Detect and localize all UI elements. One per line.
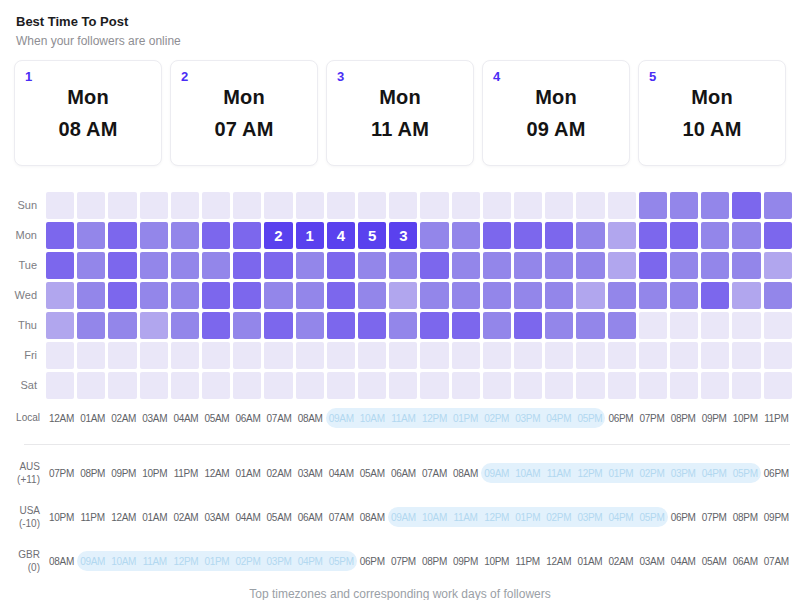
heatmap-cell[interactable]: [608, 312, 636, 339]
heatmap-cell[interactable]: [701, 312, 729, 339]
heatmap-cell[interactable]: [732, 342, 760, 369]
heatmap-cell[interactable]: [764, 342, 792, 369]
heatmap-cell[interactable]: [670, 342, 698, 369]
heatmap-cell[interactable]: [639, 222, 667, 249]
heatmap-cell[interactable]: [202, 342, 230, 369]
heatmap-cell[interactable]: [77, 222, 105, 249]
heatmap-cell[interactable]: [140, 342, 168, 369]
heatmap-cell[interactable]: [171, 252, 199, 279]
heatmap-cell[interactable]: [639, 342, 667, 369]
heatmap-cell[interactable]: [77, 372, 105, 399]
heatmap-cell[interactable]: [327, 342, 355, 369]
heatmap-cell[interactable]: [576, 252, 604, 279]
heatmap-cell[interactable]: [296, 192, 324, 219]
heatmap-cell[interactable]: [670, 312, 698, 339]
heatmap-cell[interactable]: [608, 192, 636, 219]
heatmap-cell[interactable]: [732, 282, 760, 309]
heatmap-cell[interactable]: [764, 252, 792, 279]
heatmap-cell[interactable]: [732, 252, 760, 279]
heatmap-cell[interactable]: [108, 342, 136, 369]
heatmap-cell[interactable]: [108, 282, 136, 309]
heatmap-cell[interactable]: [483, 192, 511, 219]
heatmap-cell[interactable]: [296, 342, 324, 369]
heatmap-cell[interactable]: [514, 312, 542, 339]
heatmap-cell[interactable]: [701, 342, 729, 369]
heatmap-cell[interactable]: [576, 222, 604, 249]
heatmap-cell[interactable]: [608, 222, 636, 249]
heatmap-cell[interactable]: [452, 192, 480, 219]
heatmap-cell[interactable]: [514, 372, 542, 399]
heatmap-cell[interactable]: [420, 312, 448, 339]
heatmap-cell[interactable]: [389, 312, 417, 339]
heatmap-cell[interactable]: [452, 372, 480, 399]
heatmap-cell[interactable]: [452, 342, 480, 369]
heatmap-cell[interactable]: [732, 192, 760, 219]
heatmap-cell[interactable]: [545, 222, 573, 249]
heatmap-cell[interactable]: [670, 282, 698, 309]
heatmap-cell[interactable]: [296, 312, 324, 339]
heatmap-cell[interactable]: [202, 282, 230, 309]
heatmap-cell[interactable]: [701, 372, 729, 399]
heatmap-cell[interactable]: [171, 372, 199, 399]
heatmap-cell[interactable]: [420, 222, 448, 249]
heatmap-cell[interactable]: [140, 192, 168, 219]
heatmap-cell[interactable]: [670, 192, 698, 219]
heatmap-cell[interactable]: [389, 192, 417, 219]
heatmap-cell[interactable]: [452, 222, 480, 249]
heatmap-cell[interactable]: [545, 282, 573, 309]
heatmap-cell[interactable]: [264, 372, 292, 399]
heatmap-cell[interactable]: [358, 282, 386, 309]
heatmap-cell[interactable]: [732, 222, 760, 249]
heatmap-cell[interactable]: [452, 312, 480, 339]
heatmap-cell[interactable]: [264, 282, 292, 309]
heatmap-cell[interactable]: [327, 282, 355, 309]
heatmap-cell[interactable]: [358, 372, 386, 399]
heatmap-cell[interactable]: [764, 222, 792, 249]
heatmap-cell[interactable]: [608, 252, 636, 279]
heatmap-cell[interactable]: [140, 252, 168, 279]
heatmap-cell[interactable]: [701, 252, 729, 279]
heatmap-cell[interactable]: [358, 252, 386, 279]
heatmap-cell[interactable]: [264, 342, 292, 369]
heatmap-cell[interactable]: [483, 312, 511, 339]
heatmap-cell[interactable]: [608, 372, 636, 399]
heatmap-cell[interactable]: [233, 222, 261, 249]
heatmap-cell[interactable]: [420, 342, 448, 369]
heatmap-cell[interactable]: [140, 222, 168, 249]
heatmap-cell[interactable]: [608, 342, 636, 369]
heatmap-cell[interactable]: [202, 372, 230, 399]
heatmap-cell[interactable]: [108, 192, 136, 219]
heatmap-cell[interactable]: [46, 192, 74, 219]
heatmap-cell[interactable]: [77, 252, 105, 279]
heatmap-cell[interactable]: [233, 372, 261, 399]
heatmap-cell[interactable]: [764, 282, 792, 309]
heatmap-cell[interactable]: [140, 372, 168, 399]
heatmap-cell[interactable]: [576, 192, 604, 219]
heatmap-cell[interactable]: [108, 312, 136, 339]
heatmap-cell[interactable]: [639, 312, 667, 339]
heatmap-cell[interactable]: [764, 372, 792, 399]
heatmap-cell[interactable]: [77, 192, 105, 219]
heatmap-cell[interactable]: [296, 252, 324, 279]
heatmap-cell[interactable]: [452, 252, 480, 279]
heatmap-cell[interactable]: [77, 312, 105, 339]
heatmap-cell[interactable]: [389, 282, 417, 309]
heatmap-cell[interactable]: [639, 192, 667, 219]
heatmap-cell[interactable]: [514, 282, 542, 309]
heatmap-cell[interactable]: [576, 342, 604, 369]
heatmap-cell[interactable]: [171, 342, 199, 369]
heatmap-cell[interactable]: [108, 372, 136, 399]
heatmap-cell[interactable]: [171, 192, 199, 219]
heatmap-cell[interactable]: [264, 312, 292, 339]
heatmap-cell[interactable]: [233, 312, 261, 339]
heatmap-cell[interactable]: [108, 222, 136, 249]
heatmap-cell[interactable]: [514, 252, 542, 279]
heatmap-cell[interactable]: [46, 282, 74, 309]
heatmap-cell[interactable]: [608, 282, 636, 309]
heatmap-cell[interactable]: [233, 342, 261, 369]
heatmap-cell[interactable]: [670, 372, 698, 399]
heatmap-cell[interactable]: [202, 222, 230, 249]
heatmap-cell[interactable]: [171, 222, 199, 249]
heatmap-cell[interactable]: [701, 192, 729, 219]
heatmap-cell[interactable]: [327, 312, 355, 339]
